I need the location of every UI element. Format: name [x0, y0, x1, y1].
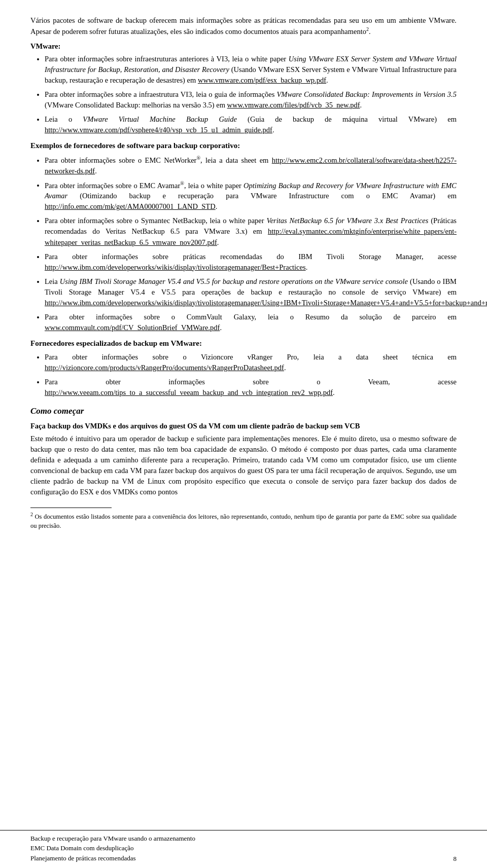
exemplos-bullets: Para obter informações sobre o EMC NetWo…: [45, 155, 457, 333]
exemplos-bullet-2: Para obter informações sobre o EMC Avama…: [45, 180, 457, 212]
exemplos-link-2[interactable]: http://info.emc.com/mk/get/AMA00007001_L…: [45, 202, 216, 210]
vmware-bullet-3: Leia o VMware Virtual Machine Backup Gui…: [45, 114, 457, 135]
fornecedores-bullet-1: Para obter informações sobre o Vizioncor…: [45, 352, 457, 373]
footer: Backup e recuperação para VMware usando …: [0, 830, 487, 869]
vmware-bullet-2: Para obter informações sobre a infraestr…: [45, 89, 457, 111]
fornecedores-link-1[interactable]: http://vizioncore.com/products/vRangerPr…: [45, 364, 284, 372]
footnote-text: Os documentos estão listados somente par…: [30, 513, 457, 529]
footer-page: 8: [454, 855, 457, 863]
footnote: 2 Os documentos estão listados somente p…: [30, 511, 457, 530]
exemplos-bullet-6: Para obter informações sobre o CommVault…: [45, 312, 457, 333]
exemplos-bullet-5: Leia Using IBM Tivoli Storage Manager V5…: [45, 276, 457, 308]
fornecedores-heading: Fornecedores especializados de backup em…: [30, 338, 457, 349]
page: Vários pacotes de software de backup ofe…: [0, 0, 487, 868]
como-comecar-heading: Como começar: [30, 405, 457, 418]
footnote-divider: [30, 508, 112, 508]
vmware-label: VMware:: [30, 41, 457, 52]
vmware-bullet-1: Para obter informações sobre infraestrut…: [45, 54, 457, 86]
exemplos-link-4[interactable]: http://www.ibm.com/developerworks/wikis/…: [45, 263, 306, 271]
exemplos-bullet-4: Para obter informações sobre práticas re…: [45, 251, 457, 273]
exemplos-bullet-1: Para obter informações sobre o EMC NetWo…: [45, 155, 457, 176]
fornecedores-bullets: Para obter informações sobre o Vizioncor…: [45, 352, 457, 398]
como-comecar-para1: Este método é intuitivo para um operador…: [30, 433, 457, 497]
exemplos-link-5[interactable]: http://www.ibm.com/developerworks/wikis/…: [45, 299, 487, 307]
como-comecar-subheading: Faça backup dos VMDKs e dos arquivos do …: [30, 421, 457, 431]
exemplos-bullet-3: Para obter informações sobre o Symantec …: [45, 215, 457, 247]
footer-line3: Planejamento de práticas recomendadas: [30, 853, 457, 863]
footer-line1: Backup e recuperação para VMware usando …: [30, 834, 457, 844]
vmware-link-1[interactable]: www.vmware.com/pdf/esx_backup_wp.pdf: [198, 76, 326, 84]
vmware-bullets: Para obter informações sobre infraestrut…: [45, 54, 457, 135]
fornecedores-bullet-2: Para obter informações sobre o Veeam, ac…: [45, 377, 457, 398]
fornecedores-link-2[interactable]: http://www.veeam.com/tips_to_a_successfu…: [45, 388, 333, 396]
vmware-link-2[interactable]: www.vmware.com/files/pdf/vcb_35_new.pdf: [227, 101, 360, 109]
avamar-sup: ®: [180, 180, 184, 186]
exemplos-link-6[interactable]: www.commvault.com/pdf/CV_SolutionBrief_V…: [45, 323, 220, 332]
netWorker-sup: ®: [196, 155, 200, 161]
intro-text: Vários pacotes de software de backup ofe…: [30, 16, 457, 35]
footer-line2: EMC Data Domain com desduplicação: [30, 843, 457, 853]
intro-para1: Vários pacotes de software de backup ofe…: [30, 15, 457, 37]
exemplos-heading: Exemplos de fornecedores de software par…: [30, 140, 457, 152]
vmware-link-3[interactable]: http://www.vmware.com/pdf/vsphere4/r40/v…: [45, 126, 272, 134]
